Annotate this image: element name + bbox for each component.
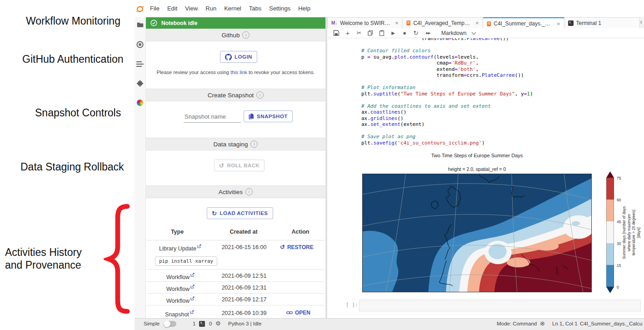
annotation-snapshot-controls: Snapshot Controls <box>35 107 121 119</box>
activity-type-link[interactable]: Workflow <box>166 274 190 280</box>
simple-mode-toggle[interactable] <box>164 321 176 327</box>
code-lines: transform=ccrs.PlateCarree()) # Contour … <box>361 38 641 146</box>
swirrl-panel-icon[interactable] <box>137 100 143 106</box>
annotation-data-staging-rollback: Data Staging Rollback <box>20 161 124 173</box>
activities-info-icon[interactable]: i <box>245 188 253 195</box>
snapshot-button[interactable]: SNAPSHOT <box>244 110 293 122</box>
save-icon[interactable] <box>333 30 340 36</box>
restart-run-all-icon[interactable]: ▶▶ <box>424 31 433 35</box>
activity-created-at: 2021-06-09 12:51 <box>221 273 267 279</box>
empty-cell-input[interactable] <box>359 300 641 311</box>
markdown-file-icon: M↓ <box>331 20 337 25</box>
cell-type-select[interactable]: Markdown <box>441 30 466 36</box>
table-row: Workflow <box>166 285 195 292</box>
menu-settings[interactable]: Settings <box>269 5 290 12</box>
menu-help[interactable]: Help <box>298 5 310 12</box>
table-row: Workflow <box>166 273 195 280</box>
notification-icon[interactable]: ⊗ <box>540 320 545 327</box>
restore-action-button[interactable]: ↺ RESTORE <box>280 244 314 250</box>
notebook-status-text: Notebook idle <box>161 20 197 26</box>
tab-summer-days[interactable]: C4I_Summer_days._Calcula × <box>483 17 564 30</box>
create-snapshot-title: Create Snapshot <box>208 92 254 99</box>
terminal-icon: $_ <box>568 20 574 26</box>
gear-icon[interactable]: ⚙ <box>215 320 221 327</box>
menu-kernel[interactable]: Kernel <box>224 5 241 12</box>
tab-averaged-temperature[interactable]: C4I_Averaged_Temperature × <box>403 17 483 29</box>
paste-cells-icon[interactable] <box>378 30 385 36</box>
open-label: OPEN <box>295 310 310 316</box>
tab-close-icon[interactable]: × <box>557 20 560 27</box>
copy-cells-icon[interactable] <box>367 30 374 36</box>
activity-type-link[interactable]: Workflow <box>166 298 190 304</box>
section-header-github: Github i <box>146 29 325 41</box>
kernels-count[interactable]: 0 <box>209 321 212 326</box>
table-of-contents-icon[interactable] <box>136 61 144 67</box>
tab-label: C4I_Summer_days._Calcula <box>494 20 554 27</box>
notebook-toolbar: + ✂ ▶ ■ ↻ ▶▶ Markdown <box>327 28 644 38</box>
refresh-icon: ↻ <box>212 210 217 217</box>
github-info-icon[interactable]: i <box>242 31 250 39</box>
github-section-title: Github <box>222 32 240 39</box>
menu-edit[interactable]: Edit <box>167 5 177 12</box>
tab-terminal-1[interactable]: $_ Terminal 1 <box>564 17 640 29</box>
table-row: Snapshot <box>165 310 194 318</box>
cursor-position[interactable]: Ln 1, Col 1 <box>552 321 578 326</box>
activities-title: Activities <box>219 189 243 195</box>
create-snapshot-info-icon[interactable]: i <box>256 91 264 99</box>
section-header-activities: Activities i <box>146 185 325 198</box>
tab-close-icon[interactable]: × <box>395 20 399 26</box>
menu-file[interactable]: File <box>150 5 160 12</box>
load-activities-button[interactable]: ↻ LOAD ACTIVITIES <box>207 207 273 219</box>
europe-summer-days-map <box>362 174 592 292</box>
colorbar-tick: 45 <box>617 220 621 224</box>
empty-cell-prompt: [ ]: <box>346 302 358 308</box>
run-cell-icon[interactable]: ▶ <box>389 30 397 35</box>
dock-tab-bar: M↓ Welcome to SWIRRL.md × C4I_Averaged_T… <box>327 17 644 29</box>
plot-suptitle: Two Time Steps of Europe Summer Days <box>362 153 592 158</box>
tab-scroll-right-icon[interactable]: › <box>640 17 644 28</box>
github-login-button[interactable]: LOGIN <box>220 51 257 63</box>
code-cell[interactable]: transform=ccrs.PlateCarree()) # Contour … <box>361 38 641 150</box>
data-staging-info-icon[interactable]: i <box>250 140 258 148</box>
external-link-icon <box>190 296 195 300</box>
menu-run[interactable]: Run <box>205 5 216 12</box>
terminals-count[interactable]: 1 <box>193 321 195 326</box>
revoke-tokens-link[interactable]: this link <box>230 70 247 75</box>
activity-created-at: 2021-06-09 12:17 <box>221 296 267 303</box>
colorbar-label: Summer days (number of days where daily … <box>622 178 641 287</box>
snapshot-name-input[interactable] <box>184 110 241 123</box>
table-header-created-at: Created at <box>220 229 268 235</box>
annotation-activities-history-line1: Activities History <box>5 246 82 259</box>
terminal-status-icon[interactable]: $_ <box>199 321 205 327</box>
tab-close-icon[interactable]: × <box>475 20 479 26</box>
kernel-status[interactable]: Python 3 | Idle <box>228 321 261 326</box>
colorbar-tick: 30 <box>617 241 621 246</box>
open-action-button[interactable]: OPEN <box>286 310 310 316</box>
roll-back-button[interactable]: ↺ ROLL BACK <box>214 160 265 171</box>
colorbar-tick: 60 <box>617 198 621 202</box>
table-header-type: Type <box>163 229 191 235</box>
menu-bar: File Edit View Run Kernel Tabs Settings … <box>150 5 318 12</box>
menu-view[interactable]: View <box>185 5 198 12</box>
tab-welcome-md[interactable]: M↓ Welcome to SWIRRL.md × <box>327 17 403 29</box>
section-header-data-staging: Data staging i <box>146 138 325 150</box>
file-browser-icon[interactable] <box>137 22 144 28</box>
running-sessions-icon[interactable] <box>136 41 144 48</box>
annotation-workflow-monitoring: Workflow Monitoring <box>26 15 120 27</box>
data-staging-title: Data staging <box>214 141 248 148</box>
stop-kernel-icon[interactable]: ■ <box>401 30 408 35</box>
external-link-icon <box>190 310 194 314</box>
menu-tabs[interactable]: Tabs <box>249 5 261 12</box>
activity-type-link[interactable]: Library Update <box>159 245 196 252</box>
cut-cells-icon[interactable]: ✂ <box>355 30 363 36</box>
activity-type-link[interactable]: Workflow <box>166 286 190 292</box>
command-mode-indicator[interactable]: Mode: Command <box>497 321 537 326</box>
activity-type-link[interactable]: Snapshot <box>165 311 189 318</box>
restart-kernel-icon[interactable]: ↻ <box>412 30 419 36</box>
activity-created-at: 2021-06-09 12:31 <box>221 285 267 291</box>
snapshot-button-label: SNAPSHOT <box>257 114 288 119</box>
extension-manager-icon[interactable] <box>136 80 144 87</box>
github-note-post: to revoke your access tokens. <box>249 70 315 75</box>
simple-mode-label: Simple <box>144 321 160 326</box>
add-cell-icon[interactable]: + <box>344 29 351 37</box>
